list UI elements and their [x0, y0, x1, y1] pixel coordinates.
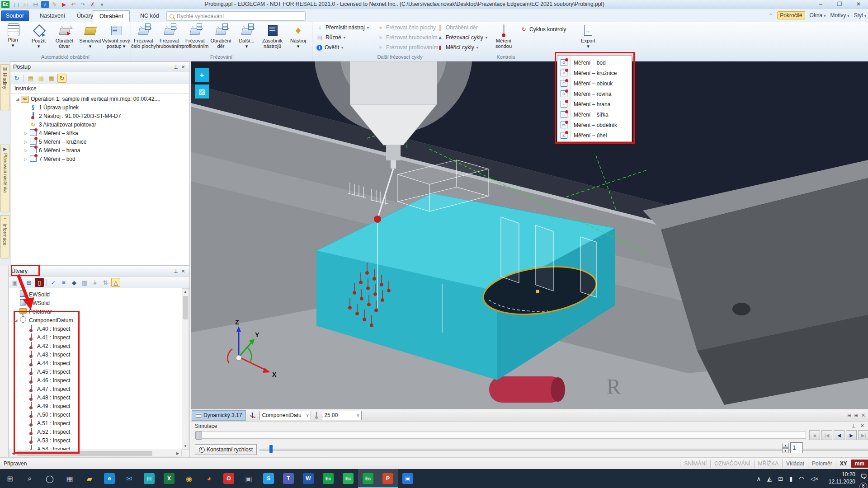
ruzne-button[interactable]: ▤Různé▾ [316, 33, 369, 42]
postup-row[interactable]: ↻3 Aktualizovat polotovar [11, 120, 189, 129]
maximize-button[interactable]: ❐ [830, 0, 849, 9]
expand-icon[interactable]: ▷ [23, 131, 29, 136]
frezovat-hrubovanim-button[interactable]: Frézovathrubováním [156, 23, 182, 49]
speed-slider-handle[interactable] [269, 445, 273, 453]
utvary-row[interactable]: A.42 : Inspect [9, 342, 182, 350]
search-input[interactable]: Rychlé vyhledávání [166, 11, 306, 21]
photos-button[interactable]: ▣ [398, 469, 418, 488]
notification-center-icon[interactable]: 🗨 8 [860, 473, 867, 480]
number-icon[interactable]: # [90, 278, 99, 287]
view-cone-icon[interactable]: △ [111, 278, 120, 287]
auto-refresh-icon[interactable]: ↻ [57, 74, 66, 83]
sidebar-tab-hladiny[interactable]: ▤ Hladiny [0, 64, 9, 111]
split-view-icon[interactable]: ⊟ [847, 413, 851, 418]
menu-pokrocile[interactable]: Pokročilé [777, 11, 805, 19]
utvary-row[interactable]: A.48 : Inspect [9, 393, 182, 402]
stop-button[interactable]: ■ [809, 430, 820, 440]
obrabeni-der-button[interactable]: Obráběníděr [208, 23, 234, 49]
mereni-sondou-button[interactable]: Měření sondou [490, 23, 518, 49]
powerpoint-button[interactable]: P [378, 469, 398, 488]
close-icon[interactable]: ✕ [860, 423, 864, 429]
chrome-button[interactable]: ◉ [179, 469, 199, 488]
speed-slider[interactable] [259, 449, 868, 451]
tab-nastaven-[interactable]: Nastavení [33, 10, 71, 21]
close-icon[interactable]: ✕ [179, 64, 187, 70]
levels-icon[interactable]: ▥ [80, 278, 89, 287]
vertical-scrollbar[interactable]: ▲ ▼ [182, 288, 189, 450]
edgecam-active-button[interactable]: Ec [358, 469, 378, 488]
simulovat-button[interactable]: Simulovat▾ [77, 23, 103, 49]
postup-row[interactable]: ▷5 Měření – kružnice [11, 137, 189, 146]
utvary-row[interactable]: A.49 : Inspect [9, 402, 182, 410]
status-toggle-snímání[interactable]: SNÍMÁNÍ [680, 460, 710, 468]
horizontal-scrollbar[interactable]: ◀ ▶ [9, 450, 182, 456]
skip-start-button[interactable]: |◀ [821, 430, 832, 440]
postup-row[interactable]: ◢NCOperation 1: sample mill vertical mm.… [11, 94, 189, 103]
play-backward-button[interactable]: ◀ [834, 430, 844, 440]
datum-select[interactable]: ComponentDatu∨ [259, 411, 311, 420]
utvary-row[interactable]: EWSolid [9, 299, 182, 307]
opera-button[interactable]: O [219, 469, 239, 488]
export-button[interactable]: Export ▾ [579, 23, 597, 49]
wifi-icon[interactable]: ◠ [799, 475, 804, 482]
teams-button[interactable]: T [278, 469, 298, 488]
utvary-row[interactable]: A.45 : Inspect [9, 367, 182, 376]
excel-button[interactable]: X [159, 469, 179, 488]
utvary-row[interactable]: A.44 : Inspect [9, 359, 182, 367]
sequence-star-icon[interactable]: ▤ [26, 74, 35, 83]
sync-icon[interactable]: ↻ [12, 74, 21, 83]
skype-button[interactable]: S [259, 469, 278, 488]
volume-muted-icon[interactable]: ◁× [810, 475, 818, 482]
taskbar-clock[interactable]: 10:20 12.11.2020 [829, 471, 855, 485]
cyklus-kontroly-button[interactable]: ↻ Cyklus kontroly [520, 25, 566, 33]
constant-speed-button[interactable]: Konstantní rychlost [195, 444, 257, 455]
menu-mereni-kruznice[interactable]: ○Měření – kružnice [557, 68, 632, 78]
pin-icon[interactable]: ⊥ [851, 423, 856, 429]
utvary-row[interactable]: Polotovar [9, 307, 182, 316]
pin-icon[interactable]: ⊥ [172, 64, 179, 70]
stack-features-icon[interactable]: ⊞ [24, 278, 33, 287]
utvary-row[interactable]: A.46 : Inspect [9, 376, 182, 385]
postup-row[interactable]: ▷6 Měření – hrana [11, 146, 189, 155]
ghost-view-icon[interactable]: ▨ [195, 84, 209, 99]
edgecam-button[interactable]: Ec [318, 469, 338, 488]
utvary-row[interactable]: A.50 : Inspect [9, 410, 182, 419]
menu-okna[interactable]: Okna ▾ [810, 12, 826, 19]
minimize-button[interactable]: – [811, 0, 830, 9]
close-icon[interactable]: ✕ [179, 268, 187, 274]
collapse-ribbon-icon[interactable]: ⌃ [769, 13, 773, 19]
status-toggle-xy[interactable]: XY [836, 460, 851, 468]
task-view-button[interactable]: ▦ [60, 469, 80, 488]
close-button[interactable]: ✕ [849, 0, 868, 9]
plan-button[interactable]: Plán▾ [0, 23, 26, 49]
tolerance-select[interactable]: 25.00∨ [322, 411, 362, 420]
cortana-button[interactable]: ◯ [40, 469, 60, 488]
dalsi-button[interactable]: Další...▾ [234, 23, 259, 49]
diamond-icon[interactable]: ◆ [70, 278, 79, 287]
pin-icon[interactable]: ⊥ [172, 268, 179, 274]
overit-button[interactable]: iOvěřit▾ [316, 43, 369, 52]
network-traffic-icon[interactable]: ◭ [767, 475, 772, 482]
sidebar-tab-planovaci-nastenka[interactable]: ▶ Plánovací nástěnka [0, 145, 9, 212]
expand-icon[interactable]: ▷ [23, 157, 29, 161]
file-explorer-button[interactable]: ▰ [80, 469, 99, 488]
tab-obr-b-n-[interactable]: Obrábění [93, 10, 130, 22]
menu-mereni-rovina[interactable]: ◇Měření – rovina [557, 89, 632, 99]
snip-button[interactable]: ▣ [239, 469, 259, 488]
store-button[interactable]: ▤ [139, 469, 159, 488]
edge-button[interactable]: e [99, 469, 119, 488]
obrabet-utvar-button[interactable]: ▶Obrábětútvar [52, 23, 77, 49]
tab-nc-k-d[interactable]: NC kód [134, 10, 165, 21]
sequence-info-icon[interactable]: ▦ [47, 74, 56, 83]
view-mode-button[interactable]: Dynamický 3.17 [192, 410, 246, 421]
menu-mereni-uhel[interactable]: ∠Měření – úhel [557, 130, 632, 141]
utvary-row[interactable]: A.43 : Inspect [9, 350, 182, 359]
copy-features-icon[interactable]: ▣ [10, 278, 19, 287]
expand-icon[interactable]: ▷ [23, 140, 29, 144]
feature-list-icon[interactable]: ≡ [59, 278, 68, 287]
status-toggle-mm[interactable]: mm [851, 460, 868, 468]
frame-number-input[interactable]: 1 [790, 442, 803, 453]
menu-mereni-obdelnik[interactable]: ▭Měření – obdélník [557, 120, 632, 130]
frezovat-celo-plochy-button[interactable]: Frézovatčelo plochy [131, 23, 156, 49]
mail-button[interactable]: ✉ [119, 469, 139, 488]
